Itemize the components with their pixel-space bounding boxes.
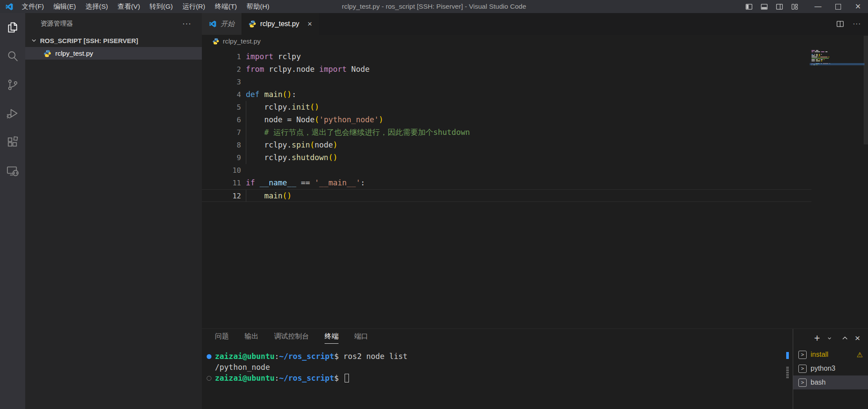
- file-item[interactable]: rclpy_test.py: [25, 47, 202, 60]
- panel-tab[interactable]: 端口: [354, 332, 368, 344]
- line-number: 8: [202, 139, 241, 151]
- terminal-label: install: [811, 351, 828, 359]
- terminal-list-item[interactable]: >bash: [793, 375, 868, 389]
- remote-explorer-icon[interactable]: [0, 157, 25, 185]
- terminal-line: zaizai@ubuntu:~/ros_script$: [215, 373, 793, 384]
- code-line[interactable]: 9 rclpy.shutdown(): [202, 151, 811, 164]
- explorer-icon[interactable]: [0, 13, 25, 42]
- menu-item[interactable]: 编辑(E): [49, 0, 81, 13]
- bottom-panel: 问题输出调试控制台终端端口 + × zaizai@ubuntu:~/ros_sc…: [202, 329, 868, 409]
- code-line[interactable]: 1import rclpy: [202, 50, 811, 63]
- menu-bar: 文件(F)编辑(E)选择(S)查看(V)转到(G)运行(R)终端(T)帮助(H): [17, 0, 274, 13]
- code-line[interactable]: 8 rclpy.spin(node): [202, 139, 811, 151]
- panel-tab[interactable]: 输出: [245, 332, 258, 344]
- terminal-list-item[interactable]: >python3: [793, 362, 868, 375]
- code-text: if __name__ == '__main__':: [241, 177, 365, 189]
- prompt-decoration-icon: [207, 376, 211, 381]
- code-line[interactable]: 10: [202, 164, 811, 177]
- maximize-panel-icon[interactable]: [841, 335, 848, 342]
- terminal-label: bash: [811, 379, 826, 386]
- code-text: [241, 164, 246, 177]
- window-controls: — ×: [745, 0, 868, 13]
- editor-tab[interactable]: rclpy_test.py×: [241, 13, 319, 35]
- close-button[interactable]: ×: [848, 0, 868, 13]
- editor-tab[interactable]: 开始: [202, 13, 241, 35]
- terminal-icon: >: [798, 351, 807, 359]
- menu-item[interactable]: 运行(R): [178, 0, 210, 13]
- split-editor-icon[interactable]: [836, 20, 844, 28]
- activity-bar: [0, 13, 25, 409]
- tab-label: rclpy_test.py: [260, 20, 299, 28]
- menu-item[interactable]: 转到(G): [145, 0, 178, 13]
- panel-tab[interactable]: 调试控制台: [274, 332, 309, 344]
- line-number: 1: [202, 50, 241, 63]
- run-debug-icon[interactable]: [0, 99, 25, 128]
- code-line[interactable]: 7 # 运行节点，退出了也会继续进行，因此需要加个shutdown: [202, 126, 811, 139]
- terminal-list-item[interactable]: >install⚠: [793, 348, 868, 362]
- panel-tab-bar: 问题输出调试控制台终端端口: [202, 329, 868, 347]
- source-control-icon[interactable]: [0, 70, 25, 99]
- code-text: from rclpy.node import Node: [241, 63, 370, 76]
- menu-item[interactable]: 帮助(H): [242, 0, 275, 13]
- maximize-button[interactable]: [828, 0, 848, 13]
- breadcrumb[interactable]: rclpy_test.py: [202, 35, 868, 48]
- more-actions-icon[interactable]: ···: [182, 19, 191, 28]
- line-number: 2: [202, 63, 241, 76]
- close-tab-icon[interactable]: ×: [308, 20, 312, 29]
- code-text: # 运行节点，退出了也会继续进行，因此需要加个shutdown: [241, 126, 470, 139]
- close-panel-icon[interactable]: ×: [855, 333, 860, 343]
- code-line[interactable]: 11if __name__ == '__main__':: [202, 177, 811, 189]
- menu-item[interactable]: 选择(S): [80, 0, 113, 13]
- file-name: rclpy_test.py: [55, 50, 93, 57]
- search-icon[interactable]: [0, 42, 25, 70]
- editor-more-actions-icon[interactable]: ···: [853, 20, 861, 28]
- new-terminal-icon[interactable]: +: [814, 334, 820, 342]
- line-number: 5: [202, 101, 241, 114]
- terminal-icon: >: [798, 365, 807, 373]
- command-decoration-icon: [207, 354, 211, 359]
- python-file-icon: [248, 20, 256, 28]
- terminal-label: python3: [811, 365, 835, 372]
- editor-tab-bar: 开始rclpy_test.py× ···: [202, 13, 868, 35]
- tab-label: 开始: [221, 20, 235, 29]
- customize-layout-icon[interactable]: [791, 3, 798, 10]
- minimap-current-line: [810, 63, 865, 65]
- code-line[interactable]: 12 main(): [202, 189, 811, 202]
- minimize-button[interactable]: —: [808, 0, 828, 13]
- code-text: rclpy.spin(node): [241, 139, 338, 151]
- code-line[interactable]: 6 node = Node('python_node'): [202, 114, 811, 126]
- menu-item[interactable]: 终端(T): [210, 0, 242, 13]
- terminal-viewport[interactable]: zaizai@ubuntu:~/ros_script$ ros2 node li…: [202, 348, 793, 409]
- extensions-icon[interactable]: [0, 128, 25, 157]
- code-line[interactable]: 4def main():: [202, 88, 811, 101]
- workspace-section-header[interactable]: ROS_SCRIPT [SSH: PISERVER]: [25, 34, 202, 47]
- title-bar: 文件(F)编辑(E)选择(S)查看(V)转到(G)运行(R)终端(T)帮助(H)…: [0, 0, 868, 13]
- code-line[interactable]: 5 rclpy.init(): [202, 101, 811, 114]
- line-number: 4: [202, 88, 241, 101]
- terminal-dropdown-icon[interactable]: [827, 335, 832, 341]
- panel-tab[interactable]: 问题: [215, 332, 229, 344]
- menu-item[interactable]: 文件(F): [17, 0, 49, 13]
- line-number: 7: [202, 126, 241, 139]
- terminal-cursor: [345, 374, 349, 382]
- code-text: rclpy.shutdown(): [241, 151, 338, 164]
- explorer-sidebar: 资源管理器 ··· ROS_SCRIPT [SSH: PISERVER] rcl…: [25, 13, 202, 409]
- toggle-secondary-sidebar-icon[interactable]: [776, 3, 783, 10]
- toggle-sidebar-icon[interactable]: [745, 3, 753, 10]
- line-number: 3: [202, 76, 241, 88]
- code-line[interactable]: 2from rclpy.node import Node: [202, 63, 811, 76]
- workbench: 资源管理器 ··· ROS_SCRIPT [SSH: PISERVER] rcl…: [0, 13, 868, 409]
- code-text: [241, 76, 246, 88]
- code-line[interactable]: 3: [202, 76, 811, 88]
- window-title: rclpy_test.py - ros_script [SSH: Piserve…: [342, 3, 526, 10]
- vscode-logo-icon: [5, 3, 13, 11]
- panel-tab[interactable]: 终端: [325, 332, 338, 344]
- menu-item[interactable]: 查看(V): [113, 0, 145, 13]
- code-editor[interactable]: 1import rclpy2from rclpy.node import Nod…: [202, 48, 811, 202]
- line-number: 11: [202, 177, 241, 189]
- editor-scrollbar[interactable]: [864, 36, 868, 144]
- toggle-panel-icon[interactable]: [761, 3, 768, 10]
- code-text: main(): [241, 190, 292, 201]
- file-tree: rclpy_test.py: [25, 47, 202, 60]
- minimap[interactable]: [811, 50, 863, 65]
